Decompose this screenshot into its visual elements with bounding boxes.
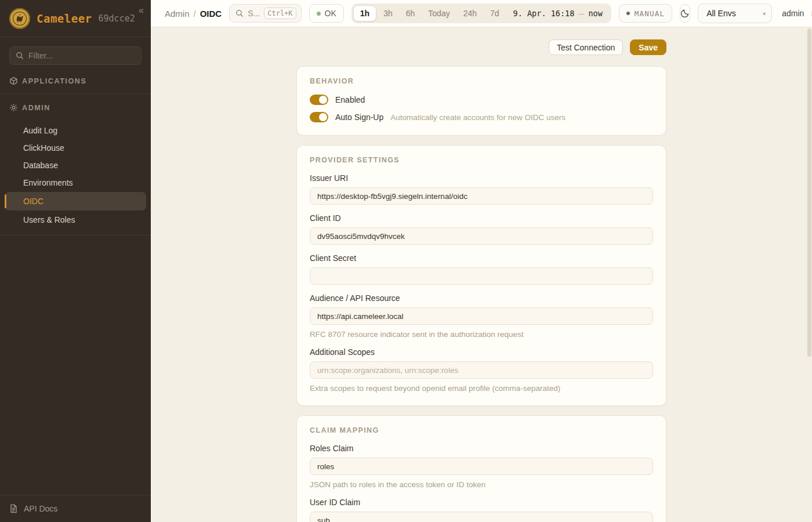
sidebar-item-database[interactable]: Database bbox=[5, 157, 146, 173]
sidebar-spacer bbox=[0, 235, 151, 495]
sidebar-item-clickhouse[interactable]: ClickHouse bbox=[5, 140, 146, 156]
behavior-card: BEHAVIOR Enabled Auto Sign-Up Automatica… bbox=[296, 66, 666, 136]
audience-input[interactable] bbox=[310, 307, 653, 325]
additional-scopes-hint: Extra scopes to request beyond openid em… bbox=[310, 384, 653, 393]
sidebar-filter-input[interactable]: Filter... bbox=[9, 46, 142, 65]
time-range-control: 1h 3h 6h Today 24h 7d 9. Apr. 16:18 – no… bbox=[351, 3, 611, 23]
chevron-down-icon: ▾ bbox=[763, 10, 766, 17]
app-version: 69dcce2 bbox=[99, 13, 135, 24]
enabled-toggle[interactable] bbox=[310, 95, 328, 105]
topbar: Admin / OIDC S... Ctrl+K OK 1h 3h 6h Tod… bbox=[151, 0, 812, 27]
sidebar-item-audit-log[interactable]: Audit Log bbox=[5, 122, 146, 139]
sidebar-collapse-icon[interactable]: « bbox=[139, 6, 144, 15]
search-icon bbox=[16, 52, 24, 60]
toggle-label: Enabled bbox=[335, 95, 365, 104]
main-content: Test Connection Save BEHAVIOR Enabled Au… bbox=[151, 27, 812, 522]
status-badge[interactable]: OK bbox=[309, 4, 344, 23]
search-icon bbox=[235, 9, 244, 17]
status-dot-icon bbox=[317, 12, 321, 16]
search-placeholder: S... bbox=[248, 9, 260, 18]
enabled-toggle-row: Enabled bbox=[310, 95, 653, 105]
section-label: ADMIN bbox=[22, 104, 50, 112]
date-range-separator: – bbox=[579, 9, 583, 18]
global-search[interactable]: S... Ctrl+K bbox=[229, 4, 301, 23]
api-docs-link[interactable]: API Docs bbox=[24, 504, 57, 513]
time-range-24h[interactable]: 24h bbox=[457, 5, 483, 21]
status-label: OK bbox=[325, 9, 336, 18]
time-range-today[interactable]: Today bbox=[422, 5, 456, 21]
cameleer-logo-icon bbox=[9, 8, 30, 29]
search-shortcut-kbd: Ctrl+K bbox=[264, 8, 296, 19]
client-id-input[interactable] bbox=[310, 227, 653, 245]
date-range-display[interactable]: 9. Apr. 16:18 – now bbox=[506, 9, 610, 18]
field-label-client-secret: Client Secret bbox=[310, 253, 653, 263]
client-secret-input[interactable] bbox=[310, 267, 653, 285]
auto-signup-toggle[interactable] bbox=[310, 112, 328, 122]
environment-value: All Envs bbox=[706, 9, 736, 18]
sidebar-item-users-roles[interactable]: Users & Roles bbox=[5, 212, 146, 228]
breadcrumb: Admin / OIDC bbox=[165, 9, 222, 19]
test-connection-button[interactable]: Test Connection bbox=[549, 39, 623, 55]
field-label-roles-claim: Roles Claim bbox=[310, 444, 653, 453]
admin-nav-list: Audit Log ClickHouse Database Environmen… bbox=[0, 119, 151, 235]
cube-icon bbox=[9, 77, 18, 85]
date-range-start: 9. Apr. 16:18 bbox=[513, 9, 575, 18]
manual-dot-icon bbox=[626, 12, 630, 15]
app-title: Cameleer bbox=[37, 12, 92, 25]
refresh-mode-label: MANUAL bbox=[635, 9, 665, 18]
document-icon bbox=[9, 504, 18, 513]
sidebar-item-environments[interactable]: Environments bbox=[5, 175, 146, 191]
sidebar-section-applications[interactable]: APPLICATIONS bbox=[0, 68, 151, 92]
sidebar-header: Cameleer 69dcce2 « bbox=[0, 0, 151, 37]
roles-claim-hint: JSON path to roles in the access token o… bbox=[310, 480, 653, 489]
breadcrumb-current: OIDC bbox=[200, 9, 222, 19]
claim-mapping-card: CLAIM MAPPING Roles Claim JSON path to r… bbox=[296, 415, 666, 522]
provider-settings-card: PROVIDER SETTINGS Issuer URI Client ID C… bbox=[296, 145, 666, 406]
breadcrumb-parent[interactable]: Admin bbox=[165, 9, 190, 19]
audience-hint: RFC 8707 resource indicator sent in the … bbox=[310, 330, 653, 339]
time-range-7d[interactable]: 7d bbox=[484, 5, 506, 21]
moon-icon bbox=[680, 9, 690, 18]
gear-icon bbox=[9, 103, 18, 112]
field-label-audience: Audience / API Resource bbox=[310, 293, 653, 303]
refresh-mode-button[interactable]: MANUAL bbox=[619, 4, 672, 23]
time-range-6h[interactable]: 6h bbox=[400, 5, 422, 21]
user-id-claim-input[interactable] bbox=[310, 512, 653, 522]
breadcrumb-separator: / bbox=[194, 9, 196, 19]
claim-card-title: CLAIM MAPPING bbox=[310, 426, 653, 434]
sidebar-item-oidc[interactable]: OIDC bbox=[5, 192, 146, 211]
date-range-end: now bbox=[588, 9, 602, 18]
save-button[interactable]: Save bbox=[630, 39, 666, 55]
section-label: APPLICATIONS bbox=[22, 77, 86, 85]
filter-placeholder: Filter... bbox=[28, 51, 53, 60]
sidebar: Cameleer 69dcce2 « Filter... APPLICATION… bbox=[0, 0, 151, 522]
issuer-uri-input[interactable] bbox=[310, 187, 653, 205]
page-actions: Test Connection Save bbox=[296, 39, 666, 55]
sidebar-footer: API Docs bbox=[0, 495, 151, 522]
auto-signup-toggle-row: Auto Sign-Up Automatically create accoun… bbox=[310, 112, 653, 122]
toggle-hint: Automatically create accounts for new OI… bbox=[390, 113, 566, 122]
provider-card-title: PROVIDER SETTINGS bbox=[310, 156, 653, 164]
field-label-user-id-claim: User ID Claim bbox=[310, 498, 653, 507]
time-range-1h[interactable]: 1h bbox=[353, 5, 376, 21]
additional-scopes-input[interactable] bbox=[310, 361, 653, 379]
roles-claim-input[interactable] bbox=[310, 458, 653, 475]
sidebar-section-admin[interactable]: ADMIN bbox=[0, 95, 151, 119]
field-label-client-id: Client ID bbox=[310, 213, 653, 223]
toggle-label: Auto Sign-Up bbox=[335, 113, 383, 122]
environment-select[interactable]: All Envs ▾ bbox=[698, 3, 772, 23]
username-label: admin bbox=[782, 9, 804, 18]
behavior-card-title: BEHAVIOR bbox=[310, 77, 653, 85]
field-label-additional-scopes: Additional Scopes bbox=[310, 347, 653, 357]
theme-toggle-button[interactable] bbox=[680, 4, 690, 23]
field-label-issuer-uri: Issuer URI bbox=[310, 173, 653, 183]
sidebar-divider bbox=[0, 93, 151, 94]
time-range-3h[interactable]: 3h bbox=[377, 5, 399, 21]
scrollbar-thumb[interactable] bbox=[807, 28, 811, 357]
